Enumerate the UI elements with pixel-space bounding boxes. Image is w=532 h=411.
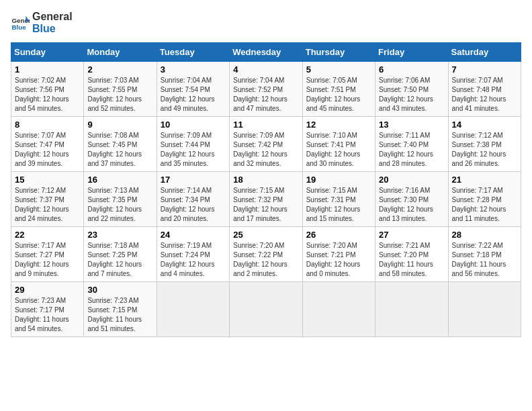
header-cell-friday: Friday <box>375 43 448 62</box>
day-number: 26 <box>306 230 371 240</box>
day-number: 25 <box>233 230 298 240</box>
day-info: Sunrise: 7:13 AM Sunset: 7:35 PM Dayligh… <box>87 186 152 224</box>
day-cell: 29Sunrise: 7:23 AM Sunset: 7:17 PM Dayli… <box>11 282 84 337</box>
day-info: Sunrise: 7:18 AM Sunset: 7:25 PM Dayligh… <box>87 241 152 279</box>
day-info: Sunrise: 7:15 AM Sunset: 7:31 PM Dayligh… <box>306 186 371 224</box>
day-info: Sunrise: 7:12 AM Sunset: 7:38 PM Dayligh… <box>452 131 517 169</box>
day-info: Sunrise: 7:20 AM Sunset: 7:22 PM Dayligh… <box>233 241 298 279</box>
day-cell: 8Sunrise: 7:07 AM Sunset: 7:47 PM Daylig… <box>11 117 84 172</box>
day-cell: 25Sunrise: 7:20 AM Sunset: 7:22 PM Dayli… <box>230 227 302 282</box>
header-cell-thursday: Thursday <box>302 43 375 62</box>
header: General Blue General Blue <box>11 11 521 34</box>
day-cell: 9Sunrise: 7:08 AM Sunset: 7:45 PM Daylig… <box>84 117 157 172</box>
day-number: 4 <box>233 64 298 75</box>
day-cell <box>448 282 521 337</box>
header-row: SundayMondayTuesdayWednesdayThursdayFrid… <box>11 43 521 62</box>
week-row-1: 1Sunrise: 7:02 AM Sunset: 7:56 PM Daylig… <box>11 62 521 117</box>
day-cell: 19Sunrise: 7:15 AM Sunset: 7:31 PM Dayli… <box>302 172 375 227</box>
day-number: 17 <box>161 175 226 185</box>
day-cell: 7Sunrise: 7:07 AM Sunset: 7:48 PM Daylig… <box>448 62 521 117</box>
day-cell: 14Sunrise: 7:12 AM Sunset: 7:38 PM Dayli… <box>448 117 521 172</box>
day-info: Sunrise: 7:23 AM Sunset: 7:17 PM Dayligh… <box>15 296 80 334</box>
logo-icon: General Blue <box>11 13 30 32</box>
day-info: Sunrise: 7:17 AM Sunset: 7:27 PM Dayligh… <box>15 241 80 279</box>
day-cell: 5Sunrise: 7:05 AM Sunset: 7:51 PM Daylig… <box>302 62 375 117</box>
day-cell: 22Sunrise: 7:17 AM Sunset: 7:27 PM Dayli… <box>11 227 84 282</box>
day-number: 18 <box>233 175 298 185</box>
day-number: 20 <box>379 175 444 185</box>
day-cell: 10Sunrise: 7:09 AM Sunset: 7:44 PM Dayli… <box>157 117 229 172</box>
calendar-table: SundayMondayTuesdayWednesdayThursdayFrid… <box>11 42 521 337</box>
day-info: Sunrise: 7:05 AM Sunset: 7:51 PM Dayligh… <box>306 76 371 113</box>
day-cell: 17Sunrise: 7:14 AM Sunset: 7:34 PM Dayli… <box>157 172 229 227</box>
logo: General Blue General Blue <box>11 11 73 34</box>
day-number: 2 <box>87 64 152 75</box>
day-number: 19 <box>306 175 371 185</box>
day-number: 7 <box>452 64 517 75</box>
day-cell: 18Sunrise: 7:15 AM Sunset: 7:32 PM Dayli… <box>230 172 302 227</box>
day-cell <box>375 282 448 337</box>
week-row-2: 8Sunrise: 7:07 AM Sunset: 7:47 PM Daylig… <box>11 117 521 172</box>
day-cell: 27Sunrise: 7:21 AM Sunset: 7:20 PM Dayli… <box>375 227 448 282</box>
day-cell <box>157 282 229 337</box>
day-info: Sunrise: 7:06 AM Sunset: 7:50 PM Dayligh… <box>379 76 444 113</box>
day-cell: 20Sunrise: 7:16 AM Sunset: 7:30 PM Dayli… <box>375 172 448 227</box>
svg-text:Blue: Blue <box>11 23 26 30</box>
day-cell: 4Sunrise: 7:04 AM Sunset: 7:52 PM Daylig… <box>230 62 302 117</box>
day-number: 10 <box>161 120 226 130</box>
week-row-4: 22Sunrise: 7:17 AM Sunset: 7:27 PM Dayli… <box>11 227 521 282</box>
week-row-3: 15Sunrise: 7:12 AM Sunset: 7:37 PM Dayli… <box>11 172 521 227</box>
day-info: Sunrise: 7:22 AM Sunset: 7:18 PM Dayligh… <box>452 241 517 279</box>
day-info: Sunrise: 7:09 AM Sunset: 7:44 PM Dayligh… <box>161 131 226 169</box>
day-cell: 21Sunrise: 7:17 AM Sunset: 7:28 PM Dayli… <box>448 172 521 227</box>
day-info: Sunrise: 7:04 AM Sunset: 7:54 PM Dayligh… <box>161 76 226 113</box>
day-info: Sunrise: 7:23 AM Sunset: 7:15 PM Dayligh… <box>87 296 152 334</box>
day-cell: 1Sunrise: 7:02 AM Sunset: 7:56 PM Daylig… <box>11 62 84 117</box>
day-cell <box>302 282 375 337</box>
day-cell: 15Sunrise: 7:12 AM Sunset: 7:37 PM Dayli… <box>11 172 84 227</box>
day-number: 8 <box>15 120 80 130</box>
day-number: 1 <box>15 64 80 75</box>
day-info: Sunrise: 7:16 AM Sunset: 7:30 PM Dayligh… <box>379 186 444 224</box>
calendar-body: 1Sunrise: 7:02 AM Sunset: 7:56 PM Daylig… <box>11 62 521 337</box>
day-cell: 6Sunrise: 7:06 AM Sunset: 7:50 PM Daylig… <box>375 62 448 117</box>
day-number: 15 <box>15 175 80 185</box>
week-row-5: 29Sunrise: 7:23 AM Sunset: 7:17 PM Dayli… <box>11 282 521 337</box>
day-cell: 23Sunrise: 7:18 AM Sunset: 7:25 PM Dayli… <box>84 227 157 282</box>
header-cell-sunday: Sunday <box>11 43 84 62</box>
day-info: Sunrise: 7:11 AM Sunset: 7:40 PM Dayligh… <box>379 131 444 169</box>
day-cell: 2Sunrise: 7:03 AM Sunset: 7:55 PM Daylig… <box>84 62 157 117</box>
day-cell <box>230 282 302 337</box>
day-info: Sunrise: 7:15 AM Sunset: 7:32 PM Dayligh… <box>233 186 298 224</box>
day-info: Sunrise: 7:17 AM Sunset: 7:28 PM Dayligh… <box>452 186 517 224</box>
day-cell: 11Sunrise: 7:09 AM Sunset: 7:42 PM Dayli… <box>230 117 302 172</box>
day-info: Sunrise: 7:07 AM Sunset: 7:48 PM Dayligh… <box>452 76 517 113</box>
day-number: 22 <box>15 230 80 240</box>
day-cell: 26Sunrise: 7:20 AM Sunset: 7:21 PM Dayli… <box>302 227 375 282</box>
logo-line2: Blue <box>32 23 73 35</box>
day-info: Sunrise: 7:08 AM Sunset: 7:45 PM Dayligh… <box>87 131 152 169</box>
logo-line1: General <box>32 11 73 23</box>
day-number: 23 <box>87 230 152 240</box>
day-info: Sunrise: 7:19 AM Sunset: 7:24 PM Dayligh… <box>161 241 226 279</box>
day-number: 12 <box>306 120 371 130</box>
day-number: 21 <box>452 175 517 185</box>
day-number: 28 <box>452 230 517 240</box>
day-info: Sunrise: 7:04 AM Sunset: 7:52 PM Dayligh… <box>233 76 298 113</box>
header-cell-saturday: Saturday <box>448 43 521 62</box>
day-number: 27 <box>379 230 444 240</box>
day-number: 5 <box>306 64 371 75</box>
header-cell-wednesday: Wednesday <box>230 43 302 62</box>
day-info: Sunrise: 7:09 AM Sunset: 7:42 PM Dayligh… <box>233 131 298 169</box>
day-cell: 12Sunrise: 7:10 AM Sunset: 7:41 PM Dayli… <box>302 117 375 172</box>
day-info: Sunrise: 7:12 AM Sunset: 7:37 PM Dayligh… <box>15 186 80 224</box>
day-number: 6 <box>379 64 444 75</box>
day-number: 13 <box>379 120 444 130</box>
day-number: 16 <box>87 175 152 185</box>
header-cell-monday: Monday <box>84 43 157 62</box>
day-info: Sunrise: 7:02 AM Sunset: 7:56 PM Dayligh… <box>15 76 80 113</box>
day-number: 3 <box>161 64 226 75</box>
day-info: Sunrise: 7:14 AM Sunset: 7:34 PM Dayligh… <box>161 186 226 224</box>
header-cell-tuesday: Tuesday <box>157 43 229 62</box>
day-info: Sunrise: 7:03 AM Sunset: 7:55 PM Dayligh… <box>87 76 152 113</box>
